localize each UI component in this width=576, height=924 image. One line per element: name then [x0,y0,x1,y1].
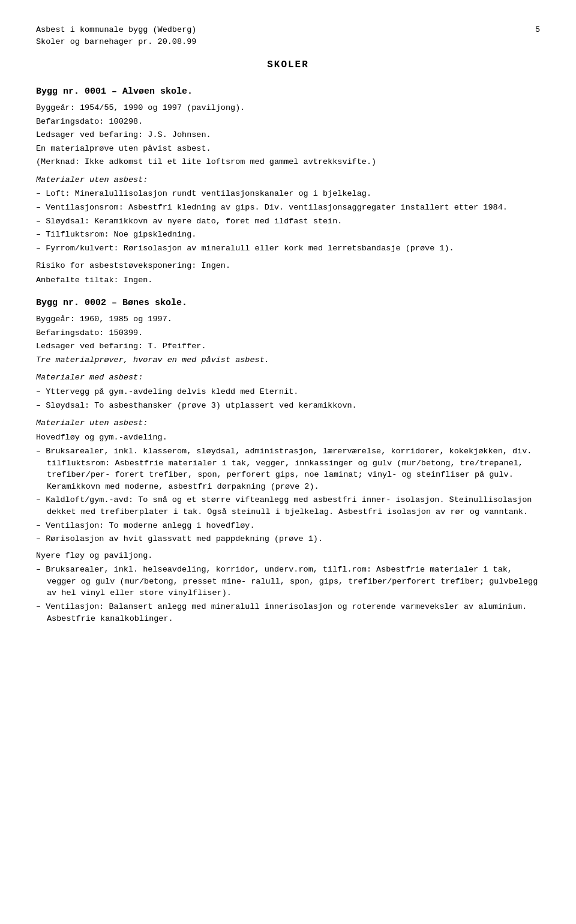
building1-bullets-list: – Loft: Mineralullisolasjon rundt ventil… [36,188,540,254]
building1-bullet-1: – Loft: Mineralullisolasjon rundt ventil… [47,188,540,200]
building1-bullet-5: – Fyrrom/kulvert: Rørisolasjon av minera… [47,243,540,255]
header-title-line2: Skoler og barnehager pr. 20.08.99 [36,36,196,48]
building1-bullet-3: – Sløydsal: Keramikkovn av nyere dato, f… [47,216,540,228]
building1-section: Bygg nr. 0001 – Alvøen skole. Byggeår: 1… [36,85,540,286]
page-title: SKOLER [36,58,540,72]
building2-section: Bygg nr. 0002 – Bønes skole. Byggeår: 19… [36,297,540,624]
building2-uten-bullet-1: – Bruksarealer, inkl. klasserom, sløydsa… [47,445,540,492]
building1-bullet-4: – Tilfluktsrom: Noe gipskledning. [47,229,540,241]
building2-med-label: Materialer med asbest: [36,372,540,384]
building2-befaringsdato: Befaringsdato: 150399. [36,327,540,339]
building1-bullet-2: – Ventilasjonsrom: Asbestfri kledning av… [47,202,540,214]
building2-byggeaar: Byggeår: 1960, 1985 og 1997. [36,313,540,325]
building2-ledsager: Ledsager ved befaring: T. Pfeiffer. [36,340,540,352]
header-title-line1: Asbest i kommunale bygg (Wedberg) [36,24,196,36]
building1-merknad: (Merknad: Ikke adkomst til et lite lofts… [36,156,540,168]
building1-anbefalt: Anbefalte tiltak: Ingen. [36,274,540,286]
building1-risiko: Risiko for asbeststøveksponering: Ingen. [36,260,540,272]
building2-materialprove: Tre materialprøver, hvorav en med påvist… [36,354,540,366]
header-right: 5 [535,24,540,36]
building2-uten-bullet-3: – Ventilasjon: To moderne anlegg i hoved… [47,520,540,532]
building1-befaringsdato: Befaringsdato: 100298. [36,116,540,128]
building2-uten-bullets-list: – Bruksarealer, inkl. klasserom, sløydsa… [36,445,540,545]
building2-uten-bullet-4: – Rørisolasjon av hvit glassvatt med pap… [47,533,540,545]
building2-uten-section2-header: Nyere fløy og paviljong. [36,550,540,562]
building2-title: Bygg nr. 0002 – Bønes skole. [36,297,540,310]
header-left: Asbest i kommunale bygg (Wedberg) Skoler… [36,24,196,47]
building1-ledsager: Ledsager ved befaring: J.S. Johnsen. [36,129,540,141]
building2-med-bullet-2: – Sløydsal: To asbesthansker (prøve 3) u… [47,400,540,412]
building1-materialprove: En materialprøve uten påvist asbest. [36,143,540,155]
page-header: Asbest i kommunale bygg (Wedberg) Skoler… [36,24,540,47]
building2-uten-label: Materialer uten asbest: [36,417,540,429]
building2-uten-bullet-2: – Kaldloft/gym.-avd: To små og et større… [47,494,540,518]
building2-uten2-bullet-1: – Bruksarealer, inkl. helseavdeling, kor… [47,564,540,599]
building1-materialer-label: Materialer uten asbest: [36,174,540,186]
building1-byggeaar: Byggeår: 1954/55, 1990 og 1997 (paviljon… [36,102,540,114]
building2-uten-section1-header: Hovedfløy og gym.-avdeling. [36,432,540,444]
building2-med-bullets-list: – Yttervegg på gym.-avdeling delvis kled… [36,386,540,411]
building1-title: Bygg nr. 0001 – Alvøen skole. [36,85,540,98]
building2-uten2-bullet-2: – Ventilasjon: Balansert anlegg med mine… [47,601,540,624]
building2-uten-bullets2-list: – Bruksarealer, inkl. helseavdeling, kor… [36,564,540,624]
page-number-top: 5 [535,24,540,36]
building2-med-bullet-1: – Yttervegg på gym.-avdeling delvis kled… [47,386,540,398]
